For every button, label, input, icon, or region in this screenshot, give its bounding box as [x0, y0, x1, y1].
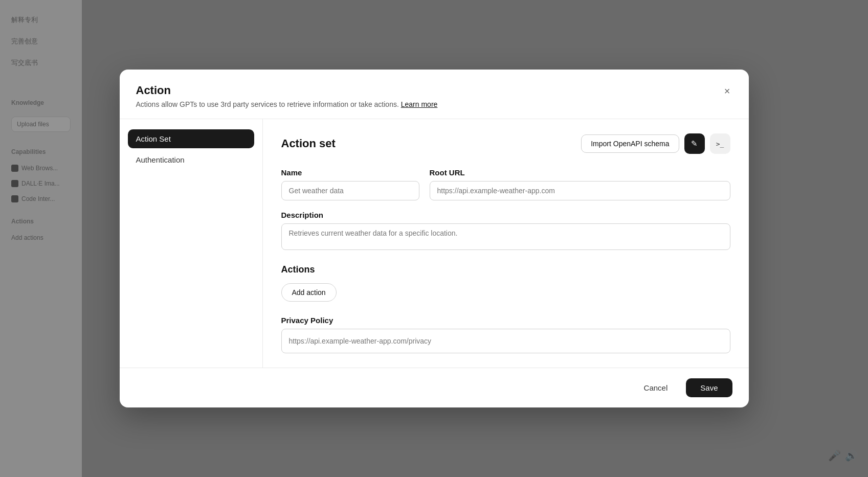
modal-sidebar: Action Set Authentication [120, 119, 263, 368]
content-title: Action set [281, 137, 336, 150]
description-label: Description [281, 211, 730, 219]
close-button[interactable]: × [722, 84, 732, 98]
name-label: Name [281, 168, 419, 177]
modal-main-content: Action set Import OpenAPI schema ✎ >_ Na… [263, 119, 749, 368]
content-header: Action set Import OpenAPI schema ✎ >_ [281, 133, 730, 154]
actions-section-title: Actions [281, 264, 730, 275]
name-field-group: Name [281, 168, 419, 200]
url-input[interactable] [430, 181, 730, 200]
privacy-field-group: Privacy Policy [281, 316, 730, 353]
name-url-row: Name Root URL [281, 168, 730, 200]
nav-item-authentication[interactable]: Authentication [128, 150, 254, 169]
description-field-group: Description [281, 211, 730, 250]
actions-section: Actions Add action [281, 264, 730, 302]
import-openapi-button[interactable]: Import OpenAPI schema [581, 134, 679, 153]
modal-header-text: Action Actions allow GPTs to use 3rd par… [136, 84, 438, 108]
modal-title: Action [136, 84, 438, 97]
edit-icon-button[interactable]: ✎ [684, 133, 705, 154]
learn-more-link[interactable]: Learn more [401, 100, 438, 108]
modal-body: Action Set Authentication Action set Imp… [120, 119, 749, 368]
description-textarea[interactable] [281, 223, 730, 250]
modal-header: Action Actions allow GPTs to use 3rd par… [120, 70, 749, 119]
action-modal: Action Actions allow GPTs to use 3rd par… [120, 70, 749, 407]
terminal-icon-button[interactable]: >_ [710, 133, 730, 154]
edit-icon: ✎ [691, 139, 698, 148]
url-field-group: Root URL [430, 168, 730, 200]
privacy-input[interactable] [281, 329, 730, 353]
cancel-button[interactable]: Cancel [632, 378, 680, 397]
modal-footer: Cancel Save [120, 368, 749, 407]
add-action-button[interactable]: Add action [281, 283, 337, 302]
content-action-buttons: Import OpenAPI schema ✎ >_ [581, 133, 730, 154]
privacy-label: Privacy Policy [281, 316, 730, 325]
nav-item-action-set[interactable]: Action Set [128, 129, 254, 148]
save-button[interactable]: Save [686, 378, 732, 397]
url-label: Root URL [430, 168, 730, 177]
modal-description: Actions allow GPTs to use 3rd party serv… [136, 100, 438, 108]
name-input[interactable] [281, 181, 419, 200]
terminal-icon: >_ [716, 140, 724, 148]
